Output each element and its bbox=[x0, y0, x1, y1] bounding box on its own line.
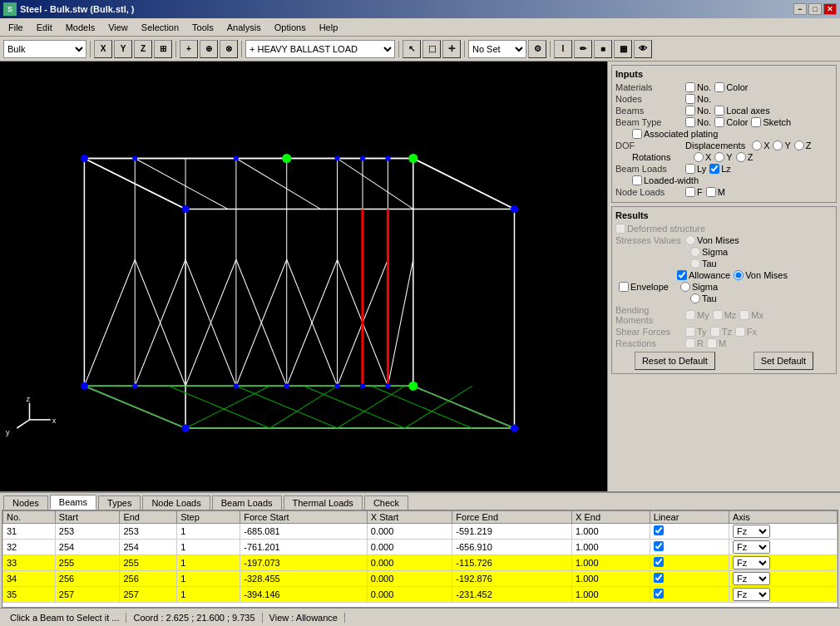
assoc-plating-row: Associated plating bbox=[632, 129, 833, 139]
bulk-select[interactable]: Bulk bbox=[3, 40, 86, 58]
close-button[interactable]: ✕ bbox=[823, 3, 837, 15]
stresses-row: Stresses Values Von Mises bbox=[615, 235, 833, 245]
table-row[interactable]: 342562561-328.4550.000-192.8761.000Fz bbox=[3, 571, 838, 587]
menu-selection[interactable]: Selection bbox=[135, 21, 185, 34]
svg-point-63 bbox=[335, 383, 340, 388]
reactions-row: Reactions R M bbox=[615, 338, 833, 348]
dof-displacements-label: Displacements bbox=[685, 140, 745, 150]
menu-tools[interactable]: Tools bbox=[185, 21, 220, 34]
materials-color-chk[interactable]: Color bbox=[714, 82, 748, 92]
cursor-button[interactable]: ↖ bbox=[403, 40, 421, 58]
menu-models[interactable]: Models bbox=[59, 21, 101, 34]
maximize-button[interactable]: □ bbox=[808, 3, 822, 15]
materials-label: Materials bbox=[615, 82, 682, 92]
svg-point-53 bbox=[511, 425, 517, 431]
rotations-label: Rotations bbox=[632, 152, 690, 162]
tau2-row: Tau bbox=[690, 293, 833, 303]
app-icon: S bbox=[3, 2, 17, 16]
select-button[interactable]: ⬚ bbox=[422, 40, 441, 58]
node-loads-label: Node Loads bbox=[615, 187, 682, 197]
bending-label: Bending Moments bbox=[615, 305, 682, 325]
svg-point-48 bbox=[182, 205, 189, 212]
menu-help[interactable]: Help bbox=[313, 21, 345, 34]
y-axis-button[interactable]: Y bbox=[114, 40, 132, 58]
load-select[interactable]: + HEAVY BALLAST LOAD bbox=[245, 40, 395, 58]
col-start: Start bbox=[55, 511, 120, 524]
viewport[interactable]: x z y bbox=[0, 62, 607, 491]
move-button[interactable]: ✛ bbox=[442, 40, 461, 58]
set-default-button[interactable]: Set Default bbox=[754, 352, 813, 370]
svg-point-61 bbox=[234, 383, 239, 388]
table-row[interactable]: 322542541-761.2010.000-656.9101.000Fz bbox=[3, 540, 838, 555]
nodes-no-chk[interactable]: No. bbox=[685, 94, 711, 104]
right-panel: Inputs Materials No. Color Nodes No. Bea… bbox=[607, 62, 840, 491]
col-force-start: Force Start bbox=[240, 511, 368, 524]
materials-no-chk[interactable]: No. bbox=[685, 82, 711, 92]
dof-label: DOF bbox=[615, 140, 682, 150]
x-axis-button[interactable]: X bbox=[94, 40, 112, 58]
zoom-plus-button[interactable]: + bbox=[180, 40, 198, 58]
svg-rect-0 bbox=[0, 91, 607, 461]
beams-local-axes-chk[interactable]: Local axes bbox=[714, 106, 770, 116]
reset-to-default-button[interactable]: Reset to Default bbox=[635, 352, 715, 370]
bending-moments-row: Bending Moments My Mz Mx bbox=[615, 305, 833, 325]
beamtype-no-chk[interactable]: No. bbox=[685, 117, 711, 127]
beamtype-color-chk[interactable]: Color bbox=[714, 117, 748, 127]
tab-node-loads[interactable]: Node Loads bbox=[142, 495, 210, 510]
menu-edit[interactable]: Edit bbox=[30, 21, 59, 34]
beamtype-sketch-chk[interactable]: Sketch bbox=[751, 117, 791, 127]
svg-point-49 bbox=[511, 205, 517, 212]
z-axis-button[interactable]: Z bbox=[134, 40, 152, 58]
svg-point-60 bbox=[132, 383, 137, 388]
results-group: Results Deformed structure Stresses Valu… bbox=[611, 206, 837, 374]
menu-options[interactable]: Options bbox=[268, 21, 313, 34]
tab-types[interactable]: Types bbox=[98, 495, 141, 510]
svg-point-66 bbox=[283, 154, 291, 162]
loaded-width-row: Loaded-width bbox=[632, 175, 833, 185]
zoom-fit-button[interactable]: ⊕ bbox=[200, 40, 218, 58]
grid-button[interactable]: ⊞ bbox=[154, 40, 172, 58]
svg-point-50 bbox=[81, 382, 87, 389]
zoom-window-button[interactable]: ⊗ bbox=[220, 40, 238, 58]
svg-point-67 bbox=[409, 154, 418, 162]
tab-check[interactable]: Check bbox=[364, 495, 408, 510]
materials-row: Materials No. Color bbox=[615, 82, 833, 92]
deformed-row: Deformed structure bbox=[615, 224, 833, 234]
col-x-start: X Start bbox=[367, 511, 452, 524]
col-x-end: X End bbox=[572, 511, 650, 524]
eye-button[interactable]: 👁 bbox=[634, 40, 652, 58]
col-linear: Linear bbox=[650, 511, 729, 524]
svg-point-55 bbox=[234, 156, 239, 161]
chart-button[interactable]: ▦ bbox=[614, 40, 632, 58]
svg-point-46 bbox=[81, 155, 87, 162]
dof-row: DOF Displacements X Y Z bbox=[615, 140, 833, 150]
title-bar: S Steel - Bulk.stw (Bulk.stl, ) − □ ✕ bbox=[0, 0, 840, 18]
assoc-plating-chk[interactable]: Associated plating bbox=[632, 129, 718, 139]
svg-point-57 bbox=[335, 156, 340, 161]
tab-beam-loads[interactable]: Beam Loads bbox=[212, 495, 282, 510]
menu-file[interactable]: File bbox=[2, 21, 30, 34]
svg-text:z: z bbox=[26, 395, 30, 403]
table-row[interactable]: 312532531-685.0810.000-591.2191.000Fz bbox=[3, 524, 838, 540]
minimize-button[interactable]: − bbox=[793, 3, 807, 15]
square-button[interactable]: ■ bbox=[594, 40, 612, 58]
section-button[interactable]: I bbox=[554, 40, 572, 58]
menu-analysis[interactable]: Analysis bbox=[220, 21, 268, 34]
structure-svg: x z y bbox=[0, 62, 607, 491]
menu-view[interactable]: View bbox=[101, 21, 135, 34]
settings-button[interactable]: ⚙ bbox=[528, 40, 546, 58]
svg-text:x: x bbox=[52, 417, 57, 425]
tab-thermal-loads[interactable]: Thermal Loads bbox=[284, 495, 363, 510]
beam-loads-label: Beam Loads bbox=[615, 164, 682, 174]
pen-button[interactable]: ✏ bbox=[574, 40, 592, 58]
tab-beams[interactable]: Beams bbox=[50, 495, 96, 510]
beams-no-chk[interactable]: No. bbox=[685, 106, 711, 116]
tab-nodes[interactable]: Nodes bbox=[3, 495, 48, 510]
table-row[interactable]: 352572571-394.1460.000-231.4521.000Fz bbox=[3, 587, 838, 603]
tau-row: Tau bbox=[690, 259, 833, 269]
bottom-area: Nodes Beams Types Node Loads Beam Loads … bbox=[0, 491, 840, 608]
allowance-row: Allowance Von Mises bbox=[615, 270, 833, 280]
window-controls[interactable]: − □ ✕ bbox=[793, 3, 837, 15]
table-row[interactable]: 332552551-197.0730.000-115.7261.000Fz bbox=[3, 555, 838, 571]
set-select[interactable]: No Set bbox=[468, 40, 526, 58]
